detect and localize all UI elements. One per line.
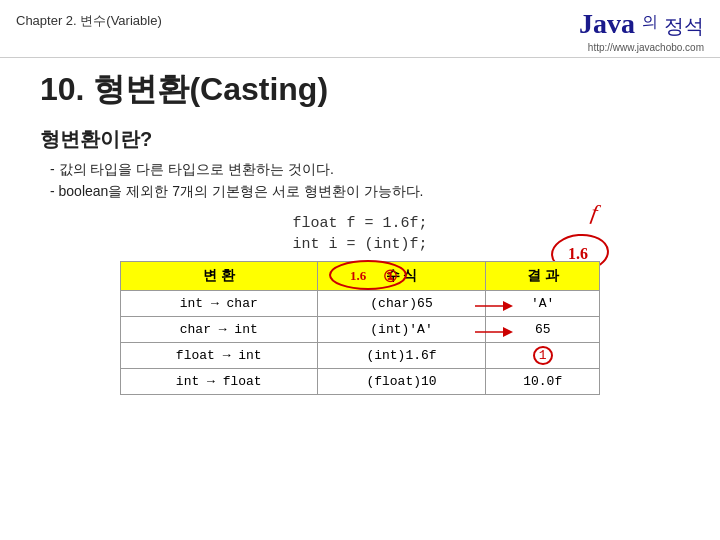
col-header-convert: 변 환 [121,262,318,291]
row1-result: 'A' [486,291,600,317]
java-branding: Java 의 정석 [579,8,704,40]
code-line-2: int i = (int)f; [40,236,680,253]
chapter-label: Chapter 2. 변수(Variable) [16,8,162,30]
table-wrapper: 변 환 수 식 1.6 ① 결 과 int → char [40,261,680,395]
bullet-list: - 값의 타입을 다른 타입으로 변환하는 것이다. - boolean을 제외… [50,161,680,201]
row4-formula: (float)10 [317,369,486,395]
code-line-1: float f = 1.6f; [40,215,680,232]
table-row: float → int (int)1.6f 1 [121,343,600,369]
code-block: float f = 1.6f; int i = (int)f; f 1.6 [40,215,680,253]
section-title: 10. 형변환(Casting) [40,68,680,112]
header-right: Java 의 정석 http://www.javachobo.com [579,8,704,53]
table-row: char → int (int)'A' 65 [121,317,600,343]
cast-table: 변 환 수 식 1.6 ① 결 과 int → char [120,261,600,395]
row4-convert: int → float [121,369,318,395]
main-content: 10. 형변환(Casting) 형변환이란? - 값의 타입을 다른 타입으로… [0,58,720,405]
row2-formula: (int)'A' [317,317,486,343]
row2-result: 65 [486,317,600,343]
bullet-item-1: - 값의 타입을 다른 타입으로 변환하는 것이다. [50,161,680,179]
section-heading: 형변환(Casting) [93,71,328,107]
website-url: http://www.javachobo.com [579,42,704,53]
row3-result: 1 [486,343,600,369]
bullet-item-2: - boolean을 제외한 7개의 기본형은 서로 형변환이 가능하다. [50,183,680,201]
row1-convert: int → char [121,291,318,317]
table-header-row: 변 환 수 식 1.6 ① 결 과 [121,262,600,291]
row3-formula: (int)1.6f [317,343,486,369]
java-name: 정석 [664,15,704,37]
table-body: int → char (char)65 'A' char → int (int)… [121,291,600,395]
java-title: Java [579,8,635,39]
row3-convert: float → int [121,343,318,369]
col-header-result: 결 과 [486,262,600,291]
table-row: int → float (float)10 10.0f [121,369,600,395]
col-header-formula: 수 식 1.6 ① [317,262,486,291]
row4-result: 10.0f [486,369,600,395]
svg-text:1.6: 1.6 [350,268,367,283]
table-row: int → char (char)65 'A' [121,291,600,317]
java-subtitle: 의 [642,13,658,30]
sub-heading: 형변환이란? [40,126,680,153]
row1-formula: (char)65 [317,291,486,317]
page-header: Chapter 2. 변수(Variable) Java 의 정석 http:/… [0,0,720,58]
row2-convert: char → int [121,317,318,343]
section-number: 10. [40,71,84,107]
